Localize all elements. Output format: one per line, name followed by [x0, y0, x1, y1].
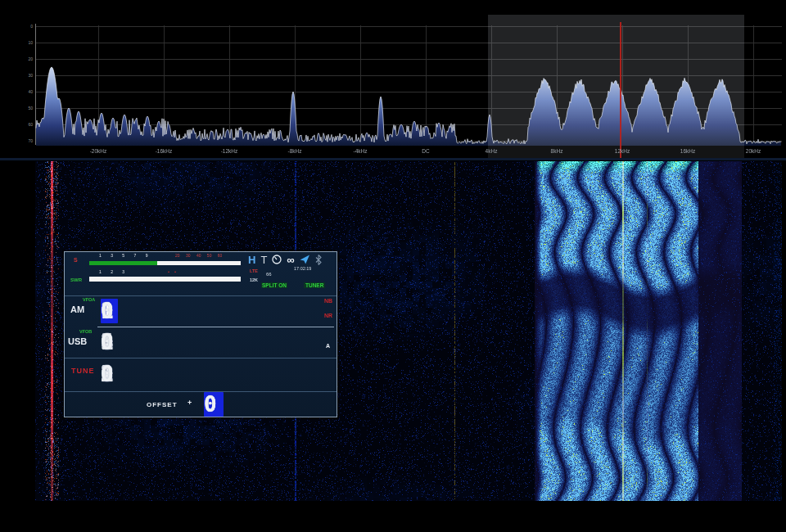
offset-label: OFFSET — [147, 401, 178, 408]
swr-scale-marks: •• — [168, 269, 181, 274]
offset-sign: + — [187, 399, 192, 407]
swr-meter-label: SWR — [70, 277, 82, 282]
digit: 0 — [101, 299, 118, 323]
digit: 0 — [101, 362, 118, 386]
swr-scale: 1 2 3 — [99, 269, 124, 274]
freq-tick-label: -20kHz — [90, 148, 107, 154]
vfo-a-mode[interactable]: AM — [70, 304, 84, 314]
section-divider — [65, 295, 337, 296]
axis-separator-bar — [0, 158, 786, 160]
spectrum-scope[interactable]: 706050403020100 -20kHz-16kHz-12kHz-8kHz-… — [0, 0, 786, 161]
bandwidth-indicator[interactable]: 12K — [250, 277, 258, 282]
freq-tick-label: -12kHz — [221, 148, 238, 154]
vfo-a-tag: VFOA — [83, 297, 95, 302]
clock-time: 17:02:19 — [294, 266, 311, 271]
vfo-b-suffix: A — [326, 343, 330, 349]
t-mode-icon[interactable]: T — [260, 254, 267, 266]
freq-tick-label: 8kHz — [551, 148, 563, 154]
tune-label: TUNE — [71, 367, 95, 375]
vfo-b-tag: VFOB — [79, 329, 92, 334]
freq-tick-label: -4kHz — [354, 148, 368, 154]
s-meter-scale-high: 20 30 40 50 60 — [175, 253, 222, 258]
status-icon-row: H T ∞ — [248, 253, 337, 266]
freq-tick-label: 16kHz — [680, 148, 695, 154]
vfo-row-divider — [97, 327, 334, 327]
clock-icon[interactable] — [272, 255, 282, 264]
freq-tick-label: -8kHz — [288, 148, 302, 154]
bluetooth-icon[interactable] — [315, 255, 322, 265]
send-icon[interactable] — [300, 255, 310, 264]
freq-tick-label: 4kHz — [486, 148, 498, 154]
freq-tick-label: 20kHz — [746, 148, 761, 154]
s-meter-scale-low: 1 3 5 7 9 — [99, 253, 147, 258]
tuning-cursor-line[interactable] — [620, 22, 621, 160]
selection-region[interactable] — [488, 15, 744, 146]
vfo-b-mode[interactable]: USB — [68, 336, 87, 346]
split-on-button[interactable]: SPLIT ON — [261, 282, 287, 288]
digit: 0 — [204, 392, 224, 417]
nb-flag[interactable]: NB — [324, 298, 332, 304]
section-divider — [65, 358, 337, 358]
sdr-app-screen: 706050403020100 -20kHz-16kHz-12kHz-8kHz-… — [0, 0, 786, 532]
section-divider — [65, 391, 337, 392]
digit: 0 — [101, 330, 118, 354]
transceiver-panel[interactable]: S 1 3 5 7 9 20 30 40 50 60 1 2 3 •• SWR … — [64, 251, 337, 417]
swr-meter-bar — [89, 277, 241, 282]
tuner-button[interactable]: TUNER — [304, 282, 325, 288]
s-meter-bar — [89, 261, 241, 265]
h-mode-icon[interactable]: H — [248, 254, 255, 266]
network-indicator: LTE — [250, 268, 258, 273]
freq-tick-label: DC — [422, 148, 429, 154]
infinity-icon[interactable]: ∞ — [287, 254, 294, 266]
freq-tick-label: 12kHz — [615, 148, 630, 154]
status-value: 66 — [266, 272, 272, 277]
s-meter-label: S — [74, 257, 78, 263]
s-meter-fill — [89, 261, 157, 265]
freq-tick-label: -16kHz — [156, 148, 173, 154]
nr-flag[interactable]: NR — [324, 313, 332, 318]
